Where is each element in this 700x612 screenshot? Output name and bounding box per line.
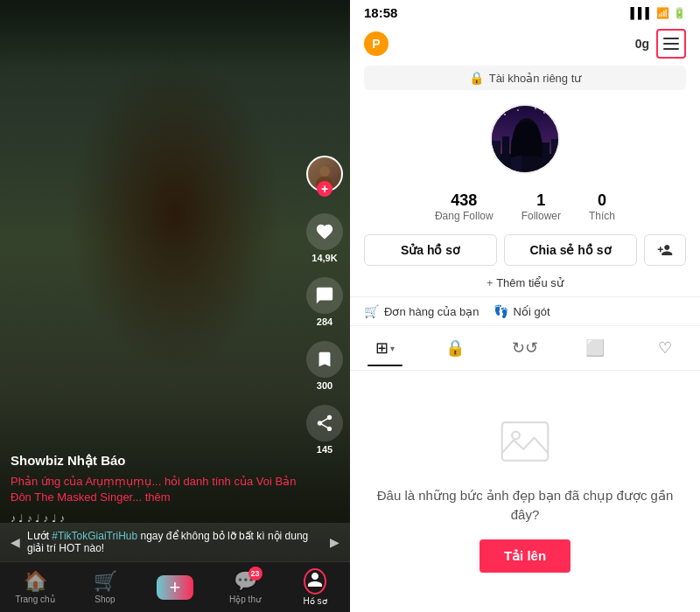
edit-profile-button[interactable]: Sửa hồ sơ — [364, 234, 497, 266]
private-account-notice: 🔒 Tài khoản riêng tư — [364, 66, 686, 90]
inbox-badge: 23 — [248, 567, 262, 581]
svg-point-0 — [319, 166, 330, 177]
follow-plus-badge: + — [317, 181, 332, 197]
upload-button[interactable]: Tải lên — [480, 539, 570, 573]
tab-repost[interactable]: ↻↺ — [490, 330, 560, 366]
banner-arrow-left-icon: ◀ — [10, 535, 20, 549]
lock-icon: 🔒 — [469, 71, 484, 85]
create-icon: + — [157, 575, 193, 600]
comment-count: 284 — [317, 316, 332, 327]
private-notice-text: Tài khoản riêng tư — [489, 72, 582, 85]
status-time: 18:58 — [364, 5, 397, 20]
hamburger-line-3 — [663, 48, 679, 50]
stat-following[interactable]: 438 Đang Follow — [435, 191, 494, 222]
menu-button[interactable] — [656, 29, 686, 59]
profile-action-buttons: Sửa hồ sơ Chia sẻ hồ sơ — [350, 226, 700, 275]
nav-inbox-label: Hộp thư — [229, 595, 261, 604]
nav-inbox[interactable]: 💬 23 Hộp thư — [210, 570, 280, 604]
repost-icon: ↻↺ — [512, 338, 538, 358]
status-bar: 18:58 ▌▌▌ 📶 🔋 — [350, 0, 700, 25]
comment-action[interactable]: 284 — [306, 277, 343, 327]
bio-link[interactable]: + Thêm tiểu sử — [350, 275, 700, 296]
header-right: 0g — [635, 29, 686, 59]
profile-avatar[interactable] — [490, 104, 560, 174]
wifi-icon: 📶 — [656, 7, 669, 19]
following-label: Đang Follow — [435, 210, 494, 222]
coin-icon: P — [364, 31, 388, 56]
following-count: 438 — [451, 191, 477, 210]
heel-icon: 👣 — [494, 304, 508, 318]
tab-tagged[interactable]: ⬜ — [560, 330, 630, 366]
profile-panel: 18:58 ▌▌▌ 📶 🔋 P 0g 🔒 Tài khoản riêng tư — [350, 0, 700, 612]
tab-videos[interactable]: ⊞ ▾ — [350, 330, 420, 366]
empty-photo-icon — [494, 411, 556, 472]
likes-count: 0 — [598, 191, 606, 210]
svg-point-4 — [517, 109, 519, 111]
banner-arrow-right-icon: ▶ — [330, 535, 340, 549]
video-top-gradient — [0, 0, 350, 70]
nav-home-label: Trang chủ — [15, 595, 54, 604]
like-action[interactable]: 14,9K — [306, 213, 343, 263]
promo-banner[interactable]: ◀ Lướt #TikTokGiaiTriHub ngay để không b… — [0, 523, 350, 561]
avatar-section — [350, 90, 700, 181]
nav-home[interactable]: 🏠 Trang chủ — [0, 570, 70, 604]
heel-link[interactable]: 👣 Nối gót — [494, 304, 550, 318]
order-row: 🛒 Đơn hàng của bạn 👣 Nối gót — [350, 296, 700, 326]
bookmark-icon — [306, 341, 343, 378]
banner-text: Lướt #TikTokGiaiTriHub ngay để không bỏ … — [27, 530, 323, 554]
shop-icon: 🛒 — [94, 570, 117, 593]
like-icon — [306, 213, 343, 250]
svg-rect-13 — [551, 139, 560, 174]
lock-tab-icon: 🔒 — [445, 338, 465, 358]
bio-link-text: Thêm tiểu sử — [496, 276, 564, 289]
orders-link[interactable]: 🛒 Đơn hàng của bạn — [364, 304, 480, 318]
svg-point-5 — [543, 112, 545, 114]
nav-shop-label: Shop — [94, 595, 115, 604]
creator-profile-action[interactable]: + — [306, 156, 343, 192]
share-profile-button[interactable]: Chia sẻ hồ sơ — [504, 234, 637, 266]
bookmark-action[interactable]: 300 — [306, 341, 343, 391]
video-info: Showbiz Nhật Báo Phản ứng của Arụṃṃụṃụ..… — [10, 453, 298, 525]
bottom-navigation: 🏠 Trang chủ 🛒 Shop + 💬 23 Hộp thư Hồ sơ — [0, 561, 350, 612]
stat-followers[interactable]: 1 Follower — [522, 191, 561, 222]
tag-icon: ⬜ — [585, 338, 605, 358]
stat-likes[interactable]: 0 Thích — [589, 191, 615, 222]
tab-private[interactable]: 🔒 — [420, 330, 490, 366]
empty-state: Đâu là những bức ảnh đẹp bạn đã chụp đượ… — [350, 371, 700, 612]
stats-row: 438 Đang Follow 1 Follower 0 Thích — [350, 181, 700, 226]
content-tabs: ⊞ ▾ 🔒 ↻↺ ⬜ ♡ — [350, 326, 700, 371]
nav-profile[interactable]: Hồ sơ — [280, 568, 350, 606]
cart-icon: 🛒 — [364, 304, 379, 318]
share-icon — [306, 405, 343, 442]
followers-label: Follower — [522, 210, 561, 222]
heart-tab-icon: ♡ — [658, 338, 672, 358]
like-count: 14,9K — [312, 253, 337, 263]
profile-avatar-nav — [304, 568, 326, 595]
empty-text: Đâu là những bức ảnh đẹp bạn đã chụp đượ… — [368, 486, 682, 525]
svg-rect-8 — [492, 154, 560, 174]
followers-count: 1 — [536, 191, 545, 210]
video-description: Phản ứng của Arụṃṃụṃụ... hỏi danh tính c… — [10, 474, 298, 505]
bookmark-count: 300 — [317, 380, 332, 391]
hamburger-line-2 — [663, 43, 679, 45]
orders-label: Đơn hàng của bạn — [384, 305, 480, 318]
tab-liked[interactable]: ♡ — [630, 330, 700, 366]
svg-point-3 — [504, 114, 506, 115]
plus-icon: + — [486, 277, 493, 289]
grid-icon: ⊞ — [375, 338, 388, 358]
hamburger-line-1 — [663, 38, 679, 39]
tab-dropdown-icon: ▾ — [390, 344, 395, 353]
svg-point-16 — [512, 431, 520, 439]
svg-rect-10 — [502, 136, 509, 174]
battery-icon: 🔋 — [673, 7, 686, 19]
share-count: 145 — [317, 444, 332, 455]
nav-create[interactable]: + — [140, 575, 210, 600]
add-friend-button[interactable] — [644, 234, 686, 266]
nav-shop[interactable]: 🛒 Shop — [70, 570, 140, 604]
video-actions: + 14,9K 284 300 145 — [306, 156, 343, 455]
svg-point-7 — [535, 108, 536, 109]
heel-label: Nối gót — [514, 305, 550, 318]
share-action[interactable]: 145 — [306, 405, 343, 455]
avatar-image — [492, 106, 558, 172]
svg-rect-15 — [502, 422, 549, 461]
